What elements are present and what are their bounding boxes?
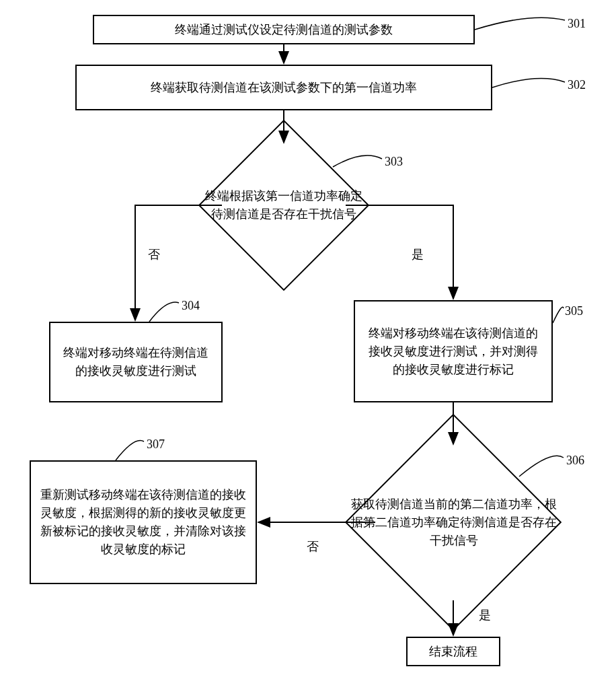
decision-303-text: 终端根据该第一信道功率确定待测信道是否存在干扰信号: [203, 187, 364, 223]
step-end-text: 结束流程: [429, 643, 477, 661]
branch-306-no: 否: [307, 538, 319, 555]
branch-303-no: 否: [148, 246, 160, 262]
step-306-num: 306: [566, 454, 584, 468]
step-307-text: 重新测试移动终端在该待测信道的接收灵敏度，根据测得的新的接收灵敏度更新被标记的接…: [39, 486, 247, 559]
step-end: 结束流程: [406, 637, 500, 666]
branch-303-yes: 是: [412, 246, 424, 262]
decision-306: 获取待测信道当前的第二信道功率，根据第二信道功率确定待测信道是否存在干扰信号: [347, 471, 561, 573]
step-305-num: 305: [565, 304, 583, 318]
step-304-num: 304: [182, 299, 200, 313]
step-303-num: 303: [385, 155, 403, 169]
step-302: 终端获取待测信道在该测试参数下的第一信道功率: [75, 65, 492, 110]
branch-306-yes: 是: [479, 607, 491, 623]
step-305-text: 终端对移动终端在该待测信道的接收灵敏度进行测试，并对测得的接收灵敏度进行标记: [363, 324, 543, 379]
step-301: 终端通过测试仪设定待测信道的测试参数: [93, 15, 475, 44]
step-304-text: 终端对移动终端在待测信道的接收灵敏度进行测试: [59, 344, 213, 380]
step-304: 终端对移动终端在待测信道的接收灵敏度进行测试: [49, 322, 223, 402]
step-305: 终端对移动终端在该待测信道的接收灵敏度进行测试，并对测得的接收灵敏度进行标记: [354, 300, 553, 402]
step-302-text: 终端获取待测信道在该测试参数下的第一信道功率: [151, 79, 417, 97]
step-301-text: 终端通过测试仪设定待测信道的测试参数: [175, 21, 393, 39]
step-307-num: 307: [147, 437, 165, 452]
step-302-num: 302: [568, 78, 586, 92]
decision-303: 终端根据该第一信道功率确定待测信道是否存在干扰信号: [203, 160, 364, 250]
decision-306-text: 获取待测信道当前的第二信道功率，根据第二信道功率确定待测信道是否存在干扰信号: [347, 495, 561, 550]
step-301-num: 301: [568, 17, 586, 31]
step-307: 重新测试移动终端在该待测信道的接收灵敏度，根据测得的新的接收灵敏度更新被标记的接…: [30, 460, 257, 584]
